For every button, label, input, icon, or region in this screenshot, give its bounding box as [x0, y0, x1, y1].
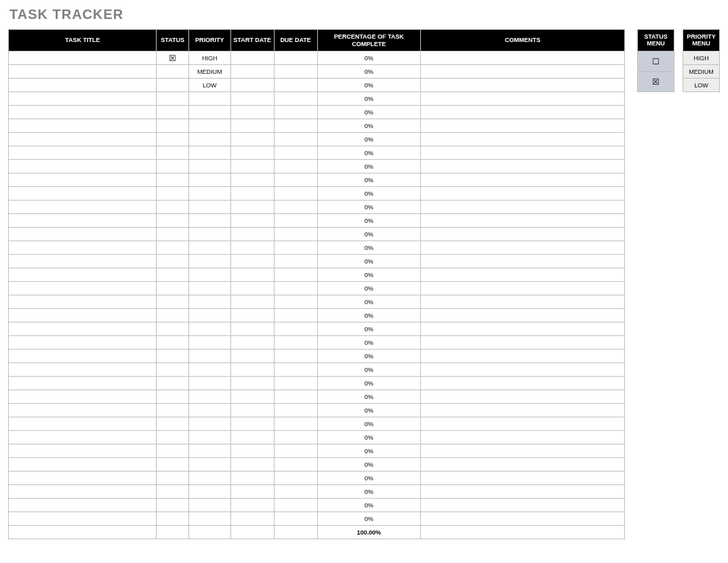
status-cell[interactable]: [157, 106, 188, 119]
pct-complete-cell[interactable]: 0%: [317, 417, 421, 431]
due-date-cell[interactable]: [274, 187, 317, 201]
start-date-cell[interactable]: [230, 350, 274, 363]
pct-complete-cell[interactable]: 0%: [317, 431, 421, 444]
pct-complete-cell[interactable]: 0%: [317, 295, 421, 309]
pct-complete-cell[interactable]: 0%: [317, 404, 421, 417]
priority-cell[interactable]: [188, 404, 230, 417]
priority-cell[interactable]: [188, 255, 230, 268]
start-date-cell[interactable]: [230, 444, 274, 458]
status-cell[interactable]: [157, 309, 188, 322]
priority-cell[interactable]: [188, 92, 230, 106]
status-cell[interactable]: [157, 377, 188, 390]
due-date-cell[interactable]: [274, 417, 317, 431]
comments-cell[interactable]: [421, 173, 625, 187]
due-date-cell[interactable]: [274, 350, 317, 363]
priority-cell[interactable]: [188, 214, 230, 228]
priority-cell[interactable]: [188, 241, 230, 255]
comments-cell[interactable]: [421, 458, 625, 472]
start-date-cell[interactable]: [230, 241, 274, 255]
due-date-cell[interactable]: [274, 485, 317, 499]
status-cell[interactable]: [157, 472, 188, 485]
due-date-cell[interactable]: [274, 295, 317, 309]
comments-cell[interactable]: [421, 65, 625, 79]
priority-cell[interactable]: [188, 268, 230, 282]
priority-cell[interactable]: [188, 119, 230, 133]
priority-cell[interactable]: [188, 499, 230, 512]
comments-cell[interactable]: [421, 160, 625, 173]
status-cell[interactable]: [157, 173, 188, 187]
status-cell[interactable]: [157, 499, 188, 512]
status-cell[interactable]: [157, 241, 188, 255]
task-title-cell[interactable]: [9, 363, 157, 377]
comments-cell[interactable]: [421, 106, 625, 119]
due-date-cell[interactable]: [274, 106, 317, 119]
start-date-cell[interactable]: [230, 336, 274, 350]
task-title-cell[interactable]: [9, 444, 157, 458]
task-title-cell[interactable]: [9, 187, 157, 201]
task-title-cell[interactable]: [9, 390, 157, 404]
priority-cell[interactable]: LOW: [188, 79, 230, 92]
priority-cell[interactable]: [188, 160, 230, 173]
status-cell[interactable]: [157, 417, 188, 431]
start-date-cell[interactable]: [230, 295, 274, 309]
pct-complete-cell[interactable]: 0%: [317, 133, 421, 146]
priority-option-medium[interactable]: MEDIUM: [683, 65, 720, 79]
task-title-cell[interactable]: [9, 92, 157, 106]
status-cell[interactable]: [157, 146, 188, 160]
status-cell[interactable]: [157, 350, 188, 363]
task-title-cell[interactable]: [9, 404, 157, 417]
priority-cell[interactable]: [188, 512, 230, 526]
comments-cell[interactable]: [421, 241, 625, 255]
comments-cell[interactable]: [421, 322, 625, 336]
status-cell[interactable]: [157, 268, 188, 282]
task-title-cell[interactable]: [9, 146, 157, 160]
pct-complete-cell[interactable]: 0%: [317, 173, 421, 187]
pct-complete-cell[interactable]: 0%: [317, 51, 421, 65]
total-start-cell[interactable]: [230, 526, 274, 539]
total-title-cell[interactable]: [9, 526, 157, 539]
comments-cell[interactable]: [421, 404, 625, 417]
comments-cell[interactable]: [421, 92, 625, 106]
priority-cell[interactable]: [188, 472, 230, 485]
task-title-cell[interactable]: [9, 309, 157, 322]
due-date-cell[interactable]: [274, 173, 317, 187]
task-title-cell[interactable]: [9, 106, 157, 119]
due-date-cell[interactable]: [274, 133, 317, 146]
status-cell[interactable]: [157, 255, 188, 268]
task-title-cell[interactable]: [9, 214, 157, 228]
due-date-cell[interactable]: [274, 322, 317, 336]
comments-cell[interactable]: [421, 417, 625, 431]
comments-cell[interactable]: [421, 51, 625, 65]
status-option-unchecked[interactable]: ☐: [638, 51, 674, 72]
comments-cell[interactable]: [421, 201, 625, 214]
task-title-cell[interactable]: [9, 485, 157, 499]
priority-cell[interactable]: [188, 173, 230, 187]
pct-complete-cell[interactable]: 0%: [317, 146, 421, 160]
task-title-cell[interactable]: [9, 268, 157, 282]
priority-cell[interactable]: [188, 377, 230, 390]
pct-complete-cell[interactable]: 0%: [317, 377, 421, 390]
pct-complete-cell[interactable]: 0%: [317, 309, 421, 322]
due-date-cell[interactable]: [274, 309, 317, 322]
status-option-checked[interactable]: ☒: [638, 72, 674, 92]
priority-cell[interactable]: [188, 201, 230, 214]
priority-cell[interactable]: [188, 133, 230, 146]
priority-cell[interactable]: [188, 485, 230, 499]
due-date-cell[interactable]: [274, 119, 317, 133]
priority-cell[interactable]: [188, 363, 230, 377]
start-date-cell[interactable]: [230, 417, 274, 431]
priority-cell[interactable]: [188, 309, 230, 322]
comments-cell[interactable]: [421, 472, 625, 485]
status-cell[interactable]: [157, 336, 188, 350]
task-title-cell[interactable]: [9, 322, 157, 336]
comments-cell[interactable]: [421, 309, 625, 322]
task-title-cell[interactable]: [9, 241, 157, 255]
status-cell[interactable]: [157, 431, 188, 444]
pct-complete-cell[interactable]: 0%: [317, 65, 421, 79]
status-cell[interactable]: [157, 187, 188, 201]
task-title-cell[interactable]: [9, 228, 157, 241]
total-comments-cell[interactable]: [421, 526, 625, 539]
due-date-cell[interactable]: [274, 458, 317, 472]
comments-cell[interactable]: [421, 295, 625, 309]
status-cell[interactable]: [157, 119, 188, 133]
